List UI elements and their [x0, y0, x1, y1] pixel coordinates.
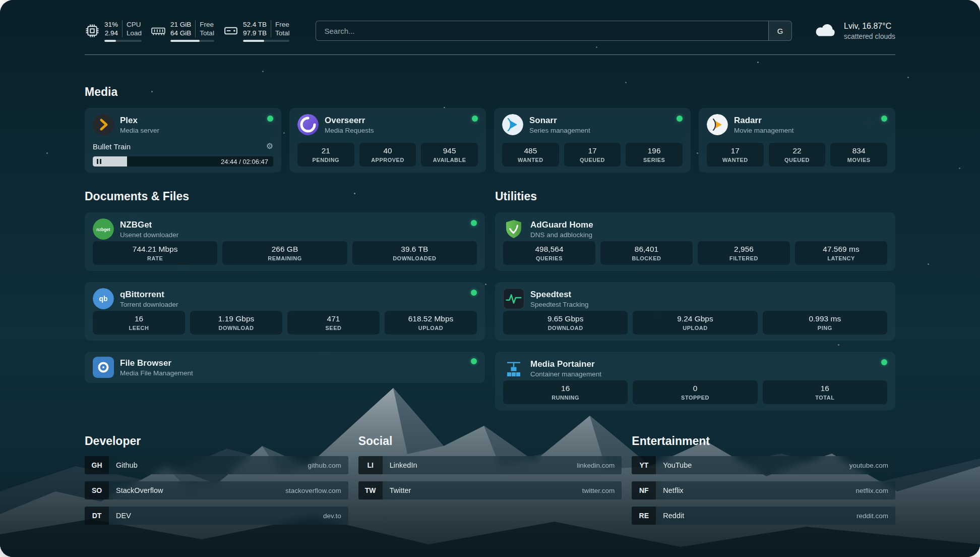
- service-card-overseerr[interactable]: Overseerr Media Requests 21 PENDING 40 A…: [289, 108, 486, 173]
- bookmark-name: StackOverflow: [116, 486, 163, 494]
- stat-queries: 498,564 QUERIES: [503, 241, 595, 265]
- stat-upload: 9.24 Gbps UPLOAD: [633, 311, 757, 335]
- stat-filtered: 2,956 FILTERED: [698, 241, 790, 265]
- svg-text:nzbget: nzbget: [96, 227, 110, 232]
- disk-free-label: Free: [275, 20, 290, 29]
- bookmark-name: Reddit: [663, 512, 684, 520]
- bookmark-netflix[interactable]: NF Netflix netflix.com: [632, 481, 895, 499]
- gear-icon[interactable]: ⚙: [266, 142, 273, 150]
- resource-widgets: 31% 2.94 CPU Load: [85, 20, 289, 42]
- stat-latency: 47.569 ms LATENCY: [795, 241, 887, 265]
- bookmark-url: netflix.com: [855, 487, 888, 494]
- bookmark-stackoverflow[interactable]: SO StackOverflow stackoverflow.com: [85, 481, 348, 499]
- stat-pending: 21 PENDING: [297, 143, 354, 166]
- bookmark-abbr: TW: [358, 481, 383, 499]
- status-dot: [677, 116, 683, 122]
- cpu-load-value: 2.94: [104, 29, 118, 37]
- memory-total-label: Total: [200, 29, 214, 37]
- utilities-section-title: Utilities: [495, 190, 895, 203]
- playback-progress-bar[interactable]: 24:44 / 02:06:47: [93, 156, 273, 166]
- bookmark-reddit[interactable]: RE Reddit reddit.com: [632, 507, 895, 525]
- dashboard-window: 31% 2.94 CPU Load: [0, 0, 980, 557]
- bookmark-linkedin[interactable]: LI LinkedIn linkedin.com: [358, 456, 622, 474]
- service-card-adguard[interactable]: AdGuard Home DNS and adblocking 498,564 …: [495, 212, 895, 271]
- radarr-icon: [707, 114, 728, 135]
- service-name: qBittorrent: [120, 290, 465, 300]
- utilities-section: Utilities: [495, 190, 895, 410]
- service-card-filebrowser[interactable]: File Browser Media File Management: [85, 352, 485, 383]
- stat-stopped: 0 STOPPED: [633, 380, 757, 404]
- sonarr-icon: [502, 114, 523, 135]
- portainer-icon: [503, 358, 524, 379]
- service-subtitle: Torrent downloader: [120, 301, 465, 308]
- status-dot: [881, 116, 887, 122]
- bookmark-url: dev.to: [323, 512, 341, 520]
- stat-blocked: 86,401 BLOCKED: [600, 241, 693, 265]
- service-card-plex[interactable]: Plex Media server Bullet Train ⚙ 24:44: [85, 108, 281, 173]
- cpu-progress-fill: [104, 40, 116, 42]
- stat-download: 1.19 Gbps DOWNLOAD: [190, 311, 282, 335]
- bookmark-youtube[interactable]: YT YouTube youtube.com: [632, 456, 895, 474]
- service-subtitle: Series management: [529, 127, 670, 134]
- stat-seed: 471 SEED: [287, 311, 380, 335]
- snow-specks: [0, 0, 2, 2]
- stat-ping: 0.993 ms PING: [763, 311, 887, 335]
- disk-total-value: 97.9 TB: [243, 29, 267, 37]
- stat-leech: 16 LEECH: [93, 311, 185, 335]
- service-name: Radarr: [734, 116, 875, 126]
- overseerr-icon: [297, 114, 319, 135]
- bookmark-abbr: RE: [632, 507, 656, 525]
- stat-queued: 22 QUEUED: [769, 143, 826, 166]
- service-name: Media Portainer: [530, 359, 875, 369]
- stat-running: 16 RUNNING: [503, 380, 628, 404]
- search-provider-button[interactable]: G: [768, 21, 791, 40]
- search-bar: G: [316, 21, 792, 41]
- media-section: Media Plex Media server: [85, 85, 895, 173]
- service-card-qbittorrent[interactable]: qb qBittorrent Torrent downloader: [85, 282, 485, 341]
- memory-free-value: 21 GiB: [170, 20, 191, 29]
- service-card-speedtest[interactable]: Speedtest Speedtest Tracking 9.65 Gbps D…: [495, 282, 895, 341]
- cpu-label: CPU: [127, 20, 142, 29]
- bookmark-group-social: Social LI LinkedIn linkedin.com TW Twitt…: [358, 434, 622, 525]
- service-card-nzbget[interactable]: nzbget NZBGet Usenet downloader 74: [85, 212, 485, 271]
- bookmark-dev[interactable]: DT DEV dev.to: [85, 507, 348, 525]
- bookmark-github[interactable]: GH Github github.com: [85, 456, 348, 474]
- stat-upload: 618.52 Mbps UPLOAD: [385, 311, 477, 335]
- bookmark-name: Netflix: [663, 486, 683, 494]
- pause-icon: [97, 159, 101, 164]
- bookmark-name: DEV: [116, 512, 131, 520]
- weather-widget: Lviv, 16.87°C scattered clouds: [814, 22, 895, 40]
- bookmark-abbr: LI: [358, 456, 383, 474]
- weather-location: Lviv, 16.87°C: [844, 22, 895, 31]
- status-dot: [471, 220, 477, 226]
- status-dot: [267, 116, 273, 122]
- status-dot: [881, 359, 887, 365]
- service-card-sonarr[interactable]: Sonarr Series management 485 WANTED 17 Q…: [494, 108, 691, 173]
- bookmark-url: reddit.com: [856, 512, 888, 520]
- documents-section: Documents & Files nzbget: [85, 190, 485, 383]
- service-card-radarr[interactable]: Radarr Movie management 17 WANTED 22 QUE…: [699, 108, 895, 173]
- bookmark-url: stackoverflow.com: [285, 487, 341, 494]
- service-subtitle: Movie management: [734, 127, 875, 134]
- playback-progress-fill: [93, 156, 127, 166]
- stat-movies: 834 MOVIES: [830, 143, 887, 166]
- bookmark-abbr: NF: [632, 481, 656, 499]
- bookmark-twitter[interactable]: TW Twitter twitter.com: [358, 481, 622, 499]
- search-input[interactable]: [316, 21, 768, 40]
- service-name: NZBGet: [120, 220, 465, 230]
- qbittorrent-icon: qb: [93, 288, 114, 309]
- entertainment-section-title: Entertainment: [632, 434, 895, 448]
- status-dot: [471, 290, 477, 296]
- memory-total-value: 64 GiB: [170, 29, 191, 37]
- cpu-load-label: Load: [127, 29, 142, 37]
- stat-download: 9.65 Gbps DOWNLOAD: [503, 311, 628, 335]
- stat-total: 16 TOTAL: [763, 380, 887, 404]
- service-name: Sonarr: [529, 116, 670, 126]
- disk-free-value: 52.4 TB: [243, 20, 267, 29]
- bookmark-abbr: DT: [85, 507, 109, 525]
- service-card-portainer[interactable]: Media Portainer Container management 16 …: [495, 352, 895, 410]
- service-name: Plex: [120, 116, 261, 126]
- media-section-title: Media: [85, 85, 895, 99]
- status-dot: [471, 358, 477, 364]
- top-bar: 31% 2.94 CPU Load: [85, 17, 895, 44]
